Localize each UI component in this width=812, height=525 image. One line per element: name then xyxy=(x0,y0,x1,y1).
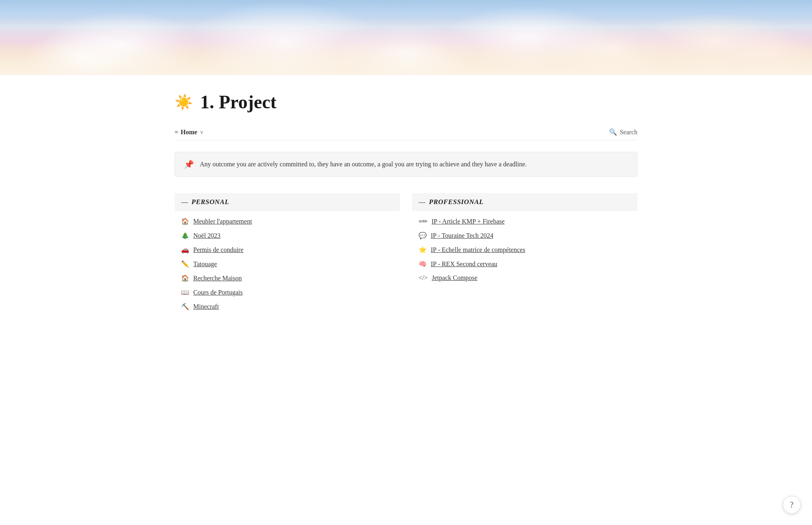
list-item: 🎄 Noël 2023 xyxy=(175,228,400,243)
list-item: 🧠 IP - REX Second cerveau xyxy=(412,257,637,271)
personal-item-1[interactable]: Meubler l'appartement xyxy=(193,218,252,225)
personal-item-2[interactable]: Noël 2023 xyxy=(193,232,220,239)
book-icon: 📖 xyxy=(181,288,189,296)
pencil-icon: ✏️ xyxy=(181,260,189,268)
professional-list: ≡✏ IP - Article KMP + Firebase 💬 IP - To… xyxy=(412,211,637,288)
personal-item-4[interactable]: Tatouage xyxy=(193,260,217,268)
star-icon: ⭐ xyxy=(419,246,427,254)
list-item: ✏️ Tatouage xyxy=(175,257,400,271)
car-icon: 🚗 xyxy=(181,246,189,254)
list-item: 🏠 Recherche Maison xyxy=(175,271,400,285)
personal-title: PERSONAL xyxy=(192,198,229,206)
list-item: 💬 IP - Touraine Tech 2024 xyxy=(412,228,637,243)
help-button[interactable]: ? xyxy=(783,496,801,514)
info-text: Any outcome you are actively committed t… xyxy=(200,159,527,169)
pickaxe-icon: ⛏️ xyxy=(181,303,189,310)
professional-item-3[interactable]: IP - Echelle matrice de compétences xyxy=(431,246,525,254)
pushpin-icon: 📌 xyxy=(184,159,194,169)
code-icon: </> xyxy=(419,274,428,282)
house-icon: 🏠 xyxy=(181,274,189,282)
professional-item-4[interactable]: IP - REX Second cerveau xyxy=(431,260,497,268)
personal-item-6[interactable]: Cours de Portugais xyxy=(193,289,243,296)
page-title-row: ☀️ 1. Project xyxy=(175,91,637,113)
list-item: 📖 Cours de Portugais xyxy=(175,285,400,299)
breadcrumb-label: Home xyxy=(181,129,197,136)
search-button[interactable]: 🔍 Search xyxy=(609,128,637,136)
edit-list-icon: ≡✏ xyxy=(419,217,428,225)
personal-header: — PERSONAL xyxy=(175,193,400,211)
chat-icon: 💬 xyxy=(419,232,427,239)
info-banner: 📌 Any outcome you are actively committed… xyxy=(175,152,637,177)
personal-item-7[interactable]: Minecraft xyxy=(193,303,219,310)
list-item: </> Jetpack Compose xyxy=(412,271,637,285)
main-content: ☀️ 1. Project ≡ Home ∨ 🔍 Search 📌 Any ou… xyxy=(142,75,670,341)
professional-item-1[interactable]: IP - Article KMP + Firebase xyxy=(432,218,505,225)
list-item: 🚗 Permis de conduire xyxy=(175,243,400,257)
hero-banner xyxy=(0,0,812,75)
list-item: ⭐ IP - Echelle matrice de compétences xyxy=(412,243,637,257)
chevron-down-icon: ∨ xyxy=(200,129,204,136)
professional-section: — PROFESSIONAL ≡✏ IP - Article KMP + Fir… xyxy=(412,193,637,317)
professional-item-5[interactable]: Jetpack Compose xyxy=(432,274,477,282)
page-icon: ☀️ xyxy=(175,94,193,111)
personal-section: — PERSONAL 🏠 Meubler l'appartement 🎄 Noë… xyxy=(175,193,400,317)
professional-header: — PROFESSIONAL xyxy=(412,193,637,211)
professional-title: PROFESSIONAL xyxy=(429,198,484,206)
professional-item-2[interactable]: IP - Touraine Tech 2024 xyxy=(431,232,493,239)
page-title: 1. Project xyxy=(200,91,276,113)
columns-wrapper: — PERSONAL 🏠 Meubler l'appartement 🎄 Noë… xyxy=(175,193,637,317)
tree-icon: 🎄 xyxy=(181,232,189,239)
breadcrumb[interactable]: ≡ Home ∨ xyxy=(175,129,204,136)
nav-bar: ≡ Home ∨ 🔍 Search xyxy=(175,124,637,140)
search-icon: 🔍 xyxy=(609,128,617,136)
search-label: Search xyxy=(620,129,637,136)
personal-list: 🏠 Meubler l'appartement 🎄 Noël 2023 🚗 Pe… xyxy=(175,211,400,317)
cloud-decoration xyxy=(0,0,812,75)
list-item: ≡✏ IP - Article KMP + Firebase xyxy=(412,214,637,228)
list-item: ⛏️ Minecraft xyxy=(175,299,400,314)
list-icon: ≡ xyxy=(175,129,178,136)
personal-item-3[interactable]: Permis de conduire xyxy=(193,246,244,254)
personal-item-5[interactable]: Recherche Maison xyxy=(193,275,242,282)
home-icon: 🏠 xyxy=(181,217,189,225)
list-item: 🏠 Meubler l'appartement xyxy=(175,214,400,228)
brain-icon: 🧠 xyxy=(419,260,427,268)
help-label: ? xyxy=(790,500,794,510)
